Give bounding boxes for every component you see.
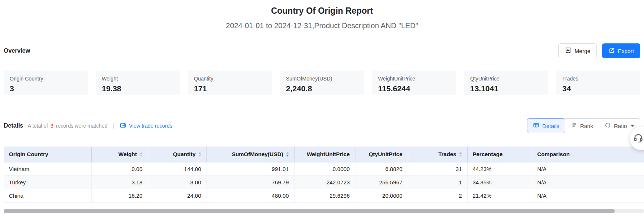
view-trade-records-link[interactable]: View trade records — [120, 122, 172, 130]
overview-card-origin-country: Origin Country 3 — [4, 70, 88, 95]
card-label: Origin Country — [10, 75, 82, 82]
summary-suffix: records were matched — [56, 123, 108, 129]
cell-trades: 31 — [408, 162, 467, 175]
card-label: WeightUnitPrice — [378, 75, 450, 82]
cell-comparison: N/A — [532, 189, 644, 202]
cell-weight-unit-price: 242.0723 — [294, 175, 355, 189]
headset-icon — [630, 133, 643, 144]
cell-weight: 0.00 — [91, 162, 148, 175]
cell-sum-of-money: 769.79 — [206, 175, 294, 189]
table-grid-icon — [533, 122, 539, 129]
view-trade-records-label: View trade records — [129, 123, 172, 129]
details-bar: Details A total of 3 records were matche… — [4, 118, 640, 133]
cell-origin-country: China — [4, 189, 91, 202]
overview-toolbar: Overview Merge Export — [4, 43, 640, 59]
card-value: 13.1041 — [470, 84, 542, 93]
column-header-qty-unit-price: QtyUnitPrice — [355, 147, 408, 162]
view-switch-ratio-label: Ratio — [614, 123, 627, 129]
cell-quantity: 24.00 — [148, 189, 206, 202]
cell-sum-of-money: 480.00 — [206, 189, 294, 202]
column-header-percentage: Percentage — [467, 147, 532, 162]
cell-quantity: 3.00 — [148, 175, 206, 189]
cell-qty-unit-price: 20.0000 — [355, 189, 408, 202]
sort-icon — [198, 152, 201, 157]
report-subtitle: 2024-01-01 to 2024-12-31,Product Descrip… — [0, 21, 644, 30]
details-table: Origin Country Weight Quantity SumOfMone… — [4, 147, 644, 203]
merge-button-label: Merge — [575, 48, 591, 54]
cell-comparison: N/A — [532, 162, 644, 175]
overview-card-weight: Weight 19.38 — [96, 70, 180, 95]
matched-count: 3 — [51, 123, 53, 129]
column-header-quantity[interactable]: Quantity — [148, 147, 206, 162]
cell-weight: 3.18 — [91, 175, 148, 189]
cell-weight: 16.20 — [91, 189, 148, 202]
cell-sum-of-money: 991.01 — [206, 162, 294, 175]
card-value: 19.38 — [102, 84, 174, 93]
column-header-origin-country: Origin Country — [4, 147, 91, 162]
view-switch-rank-button[interactable]: Rank — [565, 118, 599, 133]
table-row-china: China 16.20 24.00 480.00 29.6296 20.0000… — [4, 189, 644, 202]
card-value: 171 — [194, 84, 266, 93]
overview-card-quantity: Quantity 171 — [188, 70, 272, 95]
card-value: 3 — [10, 84, 82, 93]
rank-bars-icon — [571, 122, 577, 129]
card-label: Quantity — [194, 75, 266, 82]
horizontal-scrollbar-track[interactable] — [4, 209, 644, 213]
card-value: 115.6244 — [378, 84, 450, 93]
view-switch-rank-label: Rank — [580, 123, 593, 129]
sort-icon — [140, 152, 143, 157]
column-header-weight[interactable]: Weight — [91, 147, 148, 162]
card-label: SumOfMoney(USD) — [286, 75, 358, 82]
column-header-weight-unit-price: WeightUnitPrice — [294, 147, 355, 162]
ratio-donut-icon — [605, 122, 611, 129]
view-switch-details-label: Details — [542, 123, 559, 129]
cell-origin-country: Vietnam — [4, 162, 91, 175]
cell-origin-country: Turkey — [4, 175, 91, 189]
column-header-comparison: Comparison — [532, 147, 644, 162]
overview-card-weight-unit-price: WeightUnitPrice 115.6244 — [372, 70, 456, 95]
cell-trades: 1 — [408, 175, 467, 189]
cell-qty-unit-price: 6.8820 — [355, 162, 408, 175]
cell-trades: 2 — [408, 189, 467, 202]
export-button[interactable]: Export — [602, 43, 640, 58]
table-row-turkey: Turkey 3.18 3.00 769.79 242.0723 256.596… — [4, 175, 644, 189]
card-value: 2,240.8 — [286, 84, 358, 93]
cell-percentage: 44.23% — [467, 162, 532, 175]
card-value: 34 — [562, 84, 634, 93]
view-switch-group: Details Rank Ratio — [527, 118, 640, 133]
cell-quantity: 144.00 — [148, 162, 206, 175]
export-icon — [608, 47, 615, 55]
card-label: Weight — [102, 75, 174, 82]
sort-icon — [459, 152, 462, 157]
overview-heading: Overview — [4, 47, 30, 54]
cell-comparison: N/A — [532, 175, 644, 189]
column-header-trades[interactable]: Trades — [408, 147, 467, 162]
merge-icon — [565, 47, 572, 55]
summary-prefix: A total of — [27, 123, 48, 129]
cell-weight-unit-price: 0.0000 — [294, 162, 355, 175]
details-heading: Details — [4, 122, 23, 129]
card-label: QtyUnitPrice — [470, 75, 542, 82]
overview-card-trades: Trades 34 — [556, 70, 640, 95]
toolbar-buttons: Merge Export — [558, 43, 640, 58]
card-label: Trades — [562, 75, 634, 82]
sort-icon-desc-active — [286, 152, 289, 157]
export-button-label: Export — [618, 48, 634, 54]
view-switch-details-button[interactable]: Details — [527, 118, 565, 133]
page-title: Country Of Origin Report — [0, 0, 644, 16]
column-header-sum-of-money[interactable]: SumOfMoney(USD) — [206, 147, 294, 162]
vertical-divider — [113, 123, 114, 129]
horizontal-scrollbar-thumb[interactable] — [4, 209, 615, 213]
cell-percentage: 34.35% — [467, 175, 532, 189]
merge-button[interactable]: Merge — [558, 43, 597, 58]
cell-percentage: 21.42% — [467, 189, 532, 202]
table-row-vietnam: Vietnam 0.00 144.00 991.01 0.0000 6.8820… — [4, 162, 644, 175]
overview-card-sum-of-money: SumOfMoney(USD) 2,240.8 — [280, 70, 364, 95]
cell-weight-unit-price: 29.6296 — [294, 189, 355, 202]
trade-records-icon — [120, 122, 126, 130]
overview-card-qty-unit-price: QtyUnitPrice 13.1041 — [464, 70, 548, 95]
cell-qty-unit-price: 256.5967 — [355, 175, 408, 189]
chevron-down-icon — [631, 125, 634, 127]
table-header-row: Origin Country Weight Quantity SumOfMone… — [4, 147, 644, 162]
overview-cards: Origin Country 3 Weight 19.38 Quantity 1… — [4, 70, 640, 95]
